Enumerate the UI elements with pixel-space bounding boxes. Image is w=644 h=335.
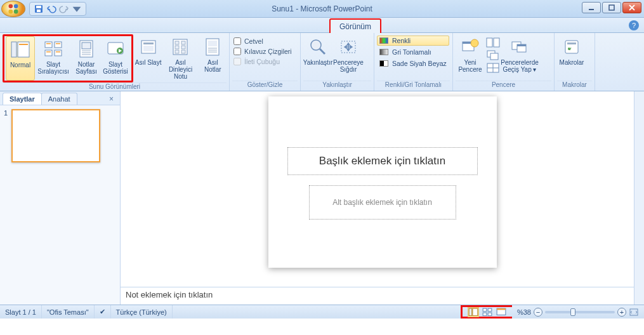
group-label: Makrolar — [557, 81, 592, 91]
ribbon: Normal Slayt Sıralayıcısı Notlar Sayfası… — [0, 33, 644, 91]
highlight-views: Normal Slayt Sıralayıcısı Notlar Sayfası… — [3, 34, 133, 82]
maximize-button[interactable] — [602, 2, 621, 13]
tab-view[interactable]: Görünüm — [329, 18, 381, 33]
window-title: Sunu1 - Microsoft PowerPoint — [0, 4, 644, 13]
svg-rect-49 — [494, 38, 499, 47]
svg-point-2 — [9, 9, 13, 13]
zoom-in-button[interactable]: + — [617, 308, 626, 317]
qat-menu-icon[interactable] — [72, 4, 82, 14]
notes-pane[interactable]: Not eklemek için tıklatın — [121, 287, 644, 305]
vertical-scrollbar[interactable] — [634, 91, 644, 305]
slide-sorter-button[interactable]: Slayt Sıralayıcısı — [35, 36, 72, 81]
zoom-slider[interactable] — [545, 311, 615, 313]
panel-tabs: Slaytlar Anahat × — [0, 91, 120, 105]
label: Gri Tonlamalı — [392, 48, 431, 56]
group-label: Renkli/Gri Tonlamalı — [377, 81, 450, 91]
color-swatch-icon — [379, 37, 388, 44]
notes-master-button[interactable]: Asıl Notlar — [199, 34, 227, 79]
svg-rect-16 — [46, 43, 51, 44]
fit-to-window-icon[interactable] — [629, 307, 639, 317]
svg-rect-36 — [181, 50, 185, 53]
messagebar-checkbox: İleti Çubuğu — [232, 57, 293, 66]
handout-master-icon — [170, 37, 190, 57]
blackwhite-button[interactable]: Sade Siyah Beyaz — [377, 58, 449, 69]
label: Slayt Sıralayıcısı — [35, 61, 72, 75]
zoom-out-button[interactable]: − — [534, 308, 542, 317]
status-sorter-view-icon[interactable] — [482, 307, 493, 317]
close-button[interactable] — [622, 2, 641, 13]
bw-swatch-icon — [379, 60, 388, 67]
color-button[interactable]: Renkli — [377, 36, 449, 46]
arrange-all-icon[interactable] — [486, 37, 500, 48]
status-slide-indicator: Slayt 1 / 1 — [0, 305, 42, 319]
svg-point-47 — [471, 39, 478, 47]
label: Slayt Gösterisi — [101, 61, 130, 75]
save-icon[interactable] — [34, 4, 44, 14]
svg-rect-51 — [490, 53, 498, 60]
undo-icon[interactable] — [46, 4, 56, 14]
tab-slides[interactable]: Slaytlar — [3, 93, 42, 105]
label: Kılavuz Çizgileri — [244, 48, 292, 55]
fit-window-button[interactable]: Pencereye Sığdır — [334, 34, 363, 79]
panel-close-icon[interactable]: × — [107, 93, 116, 105]
gridlines-checkbox[interactable]: Kılavuz Çizgileri — [232, 47, 293, 56]
minimize-button[interactable] — [582, 2, 601, 13]
editor-area: Başlık eklemek için tıklatın Alt başlık … — [121, 91, 644, 305]
svg-rect-5 — [36, 6, 41, 8]
canvas[interactable]: Başlık eklemek için tıklatın Alt başlık … — [121, 91, 644, 287]
zoom-value[interactable]: %38 — [517, 308, 531, 316]
label: Sade Siyah Beyaz — [392, 60, 447, 67]
tab-outline[interactable]: Anahat — [41, 93, 77, 105]
notes-master-icon — [202, 37, 223, 57]
slide[interactable]: Başlık eklemek için tıklatın Alt başlık … — [268, 96, 497, 268]
quick-access-toolbar — [29, 2, 86, 16]
title-placeholder[interactable]: Başlık eklemek için tıklatın — [287, 147, 478, 175]
status-spellcheck[interactable]: ✔ — [95, 305, 111, 319]
slide-master-icon — [138, 37, 159, 57]
office-button[interactable] — [1, 1, 25, 17]
svg-rect-63 — [483, 308, 487, 312]
svg-rect-32 — [181, 41, 185, 44]
status-language[interactable]: Türkçe (Türkiye) — [111, 305, 173, 319]
subtitle-placeholder[interactable]: Alt başlık eklemek için tıklatın — [309, 185, 456, 220]
slide-master-button[interactable]: Asıl Slayt — [135, 34, 162, 79]
svg-point-1 — [14, 4, 18, 8]
help-icon[interactable]: ? — [629, 20, 639, 30]
switch-windows-button[interactable]: Pencerelerde Geçiş Yap ▾ — [501, 34, 538, 79]
status-normal-view-icon[interactable] — [468, 307, 479, 317]
new-window-button[interactable]: Yeni Pencere — [456, 34, 485, 79]
split-icon[interactable] — [486, 62, 500, 74]
slide-number: 1 — [4, 109, 8, 162]
svg-rect-69 — [630, 309, 638, 315]
zoom-icon — [308, 37, 328, 57]
slideshow-icon — [105, 39, 126, 59]
macros-icon — [562, 37, 582, 57]
ruler-checkbox[interactable]: Cetvel — [232, 37, 293, 46]
svg-rect-38 — [208, 41, 217, 46]
svg-rect-62 — [473, 308, 478, 315]
group-presentation-views: Normal Slayt Sıralayıcısı Notlar Sayfası… — [0, 33, 230, 91]
status-slideshow-view-icon[interactable] — [496, 307, 507, 317]
svg-rect-48 — [487, 38, 492, 47]
slide-thumbnail[interactable]: 1 — [4, 109, 116, 162]
group-zoom: Yakınlaştır Pencereye Sığdır Yakınlaştır — [301, 33, 374, 91]
notes-page-button[interactable]: Notlar Sayfası — [72, 36, 101, 81]
zoom-controls: %38 − + — [512, 305, 644, 319]
macros-button[interactable]: Makrolar — [557, 34, 586, 79]
normal-view-button[interactable]: Normal — [6, 36, 35, 81]
new-window-icon — [460, 37, 480, 57]
slideshow-button[interactable]: Slayt Gösterisi — [101, 36, 130, 81]
zoom-slider-thumb[interactable] — [570, 308, 575, 316]
svg-rect-18 — [46, 51, 51, 53]
svg-rect-61 — [469, 308, 472, 315]
zoom-button[interactable]: Yakınlaştır — [303, 34, 332, 79]
gray-swatch-icon — [379, 49, 388, 55]
label: Notlar Sayfası — [72, 61, 101, 75]
group-label: Sunu Görünümleri — [3, 82, 227, 91]
view-buttons — [461, 305, 512, 319]
redo-icon[interactable] — [59, 4, 69, 14]
grayscale-button[interactable]: Gri Tonlamalı — [377, 47, 449, 57]
handout-master-button[interactable]: Asıl Dinleyici Notu — [163, 34, 198, 79]
cascade-icon[interactable] — [486, 49, 500, 61]
svg-rect-14 — [45, 50, 52, 56]
